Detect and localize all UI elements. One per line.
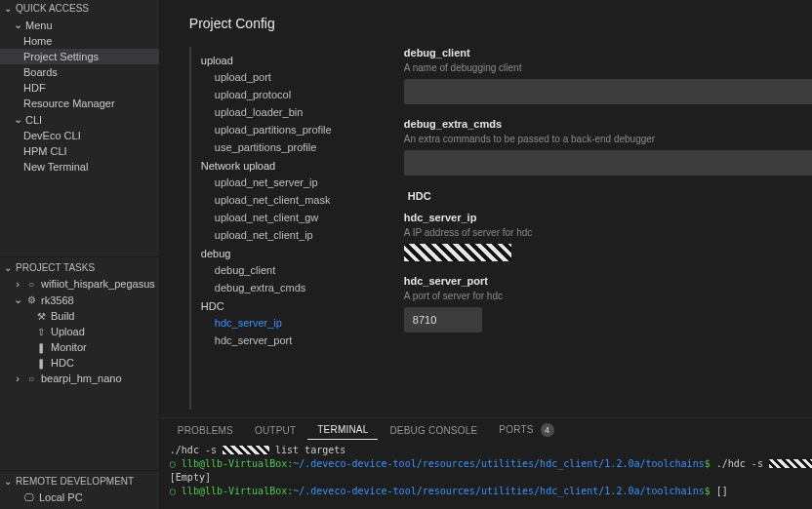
project-tasks-tree: › ○ wifiiot_hispark_pegasus ⌄ ⚙ rk3568 ⚒… (0, 276, 159, 390)
project-tasks-title: PROJECT TASKS (16, 262, 95, 273)
chevron-down-icon: ⌄ (4, 476, 12, 487)
cli-item-new-terminal[interactable]: New Terminal (0, 159, 159, 175)
gear-icon: ⚙ (25, 294, 37, 306)
field-label: debug_client (404, 47, 812, 59)
field-hint: A port of server for hdc (404, 291, 812, 301)
bullet-icon: ○ (170, 458, 182, 469)
outline-item[interactable]: use_partitions_profile (201, 138, 385, 156)
circle-icon: ○ (25, 372, 37, 384)
menu-label: Menu (25, 20, 53, 31)
redacted-value[interactable] (404, 244, 511, 261)
task-group-wifiiot[interactable]: › ○ wifiiot_hispark_pegasus (0, 276, 159, 292)
terminal-panel: PROBLEMS OUTPUT TERMINAL DEBUG CONSOLE P… (160, 417, 812, 509)
cli-group[interactable]: ⌄ CLI (0, 111, 159, 128)
menu-item-hdf[interactable]: HDF (0, 80, 159, 96)
outline-item[interactable]: debug_client (201, 261, 385, 279)
remote-dev-header[interactable]: ⌄ REMOTE DEVELOPMENT (0, 473, 159, 489)
task-item-upload[interactable]: ⇧ Upload (0, 324, 159, 339)
terminal-output-empty: [Empty] (170, 471, 812, 485)
project-tasks-header[interactable]: ⌄ PROJECT TASKS (0, 259, 159, 276)
chevron-right-icon: › (14, 372, 21, 384)
outline-item-hdc-server-port[interactable]: hdc_server_port (201, 332, 385, 349)
outline-group-upload[interactable]: upload (201, 51, 385, 68)
tab-output[interactable]: OUTPUT (245, 421, 305, 440)
outline-item[interactable]: upload_net_client_ip (201, 226, 385, 244)
cli-item-hpm[interactable]: HPM CLI (0, 143, 159, 159)
terminal-tabstrip: PROBLEMS OUTPUT TERMINAL DEBUG CONSOLE P… (160, 418, 812, 442)
ports-count-badge: 4 (541, 423, 554, 437)
field-hdc-server-ip: hdc_server_ip A IP address of server for… (404, 212, 812, 261)
chevron-down-icon: ⌄ (14, 294, 21, 306)
outline-item[interactable]: upload_net_server_ip (201, 174, 385, 191)
menu-item-home[interactable]: Home (0, 33, 159, 49)
hdc-section-header[interactable]: ⌄ HDC (404, 189, 812, 202)
page-title: Project Config (189, 16, 812, 31)
debug-extra-cmds-input[interactable] (404, 150, 812, 176)
field-hint: A IP address of server for hdc (404, 227, 812, 238)
debug-client-input[interactable] (404, 79, 812, 104)
field-debug-client: debug_client A name of debugging client (404, 47, 812, 104)
chevron-down-icon: ⌄ (14, 19, 21, 31)
tab-debug-console[interactable]: DEBUG CONSOLE (380, 421, 487, 440)
redacted-value (769, 459, 812, 468)
outline-item[interactable]: debug_extra_cmds (201, 279, 385, 296)
outline-item[interactable]: upload_net_client_mask (201, 191, 385, 209)
field-label: hdc_server_ip (404, 212, 812, 223)
quick-access-title: QUICK ACCESS (16, 3, 89, 14)
config-form: debug_client A name of debugging client … (404, 47, 812, 410)
menu-item-resource-manager[interactable]: Resource Manager (0, 96, 159, 111)
task-group-rk3568[interactable]: ⌄ ⚙ rk3568 (0, 292, 159, 308)
monitor-icon: 🖵 (23, 491, 35, 503)
field-hdc-server-port: hdc_server_port A port of server for hdc (404, 275, 812, 333)
outline-item[interactable]: upload_net_client_gw (201, 209, 385, 226)
field-label: hdc_server_port (404, 275, 812, 287)
task-item-monitor[interactable]: ❚ Monitor (0, 339, 159, 355)
outline-item-hdc-server-ip[interactable]: hdc_server_ip (201, 314, 385, 332)
menu-item-project-settings[interactable]: Project Settings (0, 49, 159, 64)
config-outline: upload upload_port upload_protocol uploa… (189, 47, 385, 410)
cli-label: CLI (25, 114, 42, 126)
menu-group[interactable]: ⌄ Menu (0, 17, 159, 33)
hdc-server-port-input[interactable] (404, 307, 482, 333)
chevron-right-icon: › (14, 278, 21, 290)
task-item-hdc[interactable]: ❚ HDC (0, 355, 159, 371)
circle-icon: ○ (25, 278, 37, 290)
terminal-body[interactable]: ./hdc -s list targets ○ llb@llb-VirtualB… (160, 442, 812, 509)
quick-access-header[interactable]: ⌄ QUICK ACCESS (0, 0, 159, 17)
remote-item-local-pc[interactable]: 🖵 Local PC (0, 489, 159, 505)
terminal-icon: ❚ (35, 357, 47, 369)
chevron-down-icon: ⌄ (14, 113, 21, 126)
remote-dev-title: REMOTE DEVELOPMENT (16, 476, 134, 487)
outline-item[interactable]: upload_protocol (201, 86, 385, 103)
cli-item-deveco[interactable]: DevEco CLI (0, 128, 159, 143)
chevron-down-icon: ⌄ (4, 3, 12, 14)
field-hint: An extra commands to be passed to a back… (404, 134, 812, 144)
tab-terminal[interactable]: TERMINAL (307, 420, 378, 440)
chevron-down-icon: ⌄ (4, 262, 12, 273)
redacted-value (223, 446, 269, 454)
terminal-icon: ❚ (35, 341, 47, 353)
outline-item[interactable]: upload_loader_bin (201, 103, 385, 121)
outline-group-hdc[interactable]: HDC (201, 296, 385, 314)
outline-group-debug[interactable]: debug (201, 244, 385, 261)
quick-access-tree: ⌄ Menu Home Project Settings Boards HDF … (0, 17, 159, 178)
upload-icon: ⇧ (35, 326, 47, 337)
task-item-build[interactable]: ⚒ Build (0, 308, 159, 324)
outline-item[interactable]: upload_partitions_profile (201, 121, 385, 138)
task-group-bearpi[interactable]: › ○ bearpi_hm_nano (0, 371, 159, 386)
tab-problems[interactable]: PROBLEMS (168, 421, 243, 440)
field-label: debug_extra_cmds (404, 118, 812, 130)
hammer-icon: ⚒ (35, 310, 47, 322)
outline-group-network-upload[interactable]: Network upload (201, 156, 385, 174)
bullet-icon: ○ (170, 486, 182, 496)
menu-item-boards[interactable]: Boards (0, 64, 159, 80)
field-hint: A name of debugging client (404, 62, 812, 73)
tab-ports[interactable]: PORTS 4 (489, 419, 563, 441)
outline-item[interactable]: upload_port (201, 68, 385, 86)
field-debug-extra-cmds: debug_extra_cmds An extra commands to be… (404, 118, 812, 176)
